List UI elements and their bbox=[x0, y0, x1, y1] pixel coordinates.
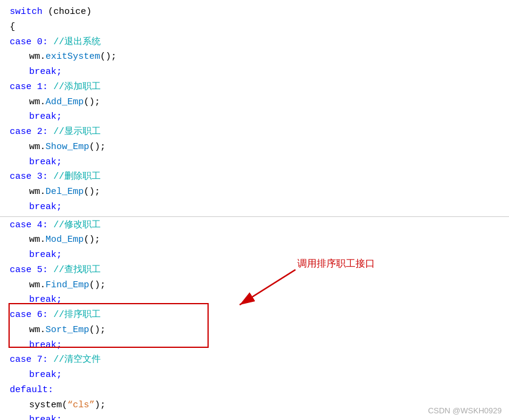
code-token: //退出系统 bbox=[53, 37, 101, 47]
code-line: default: bbox=[0, 383, 509, 398]
code-line: case 7: //清空文件 bbox=[0, 353, 509, 368]
line-content: switch (choice) bbox=[10, 5, 92, 20]
code-token: break; bbox=[29, 295, 62, 305]
code-token: (); bbox=[89, 142, 106, 152]
code-token: wm. bbox=[29, 280, 46, 290]
code-token: case 7: bbox=[10, 355, 53, 365]
line-content: system(“cls”); bbox=[29, 398, 106, 413]
line-content: wm.exitSystem(); bbox=[29, 50, 116, 65]
line-content: case 5: //查找职工 bbox=[10, 263, 101, 278]
code-line: wm.exitSystem(); bbox=[0, 50, 509, 65]
code-line: wm.Show_Emp(); bbox=[0, 140, 509, 155]
code-token: //清空文件 bbox=[53, 355, 101, 365]
code-token: case 5: bbox=[10, 265, 53, 275]
code-token: case 0: bbox=[10, 37, 53, 47]
code-line: case 4: //修改职工 bbox=[0, 218, 509, 233]
code-token: //排序职工 bbox=[53, 310, 101, 320]
line-content: { bbox=[10, 20, 15, 35]
line-content: break; bbox=[29, 368, 62, 383]
line-content: wm.Add_Emp(); bbox=[29, 95, 100, 110]
code-line: wm.Add_Emp(); bbox=[0, 95, 509, 110]
code-line: break; bbox=[0, 155, 509, 170]
code-token: wm. bbox=[29, 325, 46, 335]
code-token: case 2: bbox=[10, 127, 53, 137]
code-line: case 3: //删除职工 bbox=[0, 170, 509, 185]
code-token: Mod_Emp bbox=[46, 235, 84, 245]
code-token: (choice) bbox=[42, 7, 92, 17]
code-token: Del_Emp bbox=[46, 187, 84, 197]
code-token: (); bbox=[100, 52, 116, 62]
line-content: break; bbox=[29, 413, 62, 420]
code-token: wm. bbox=[29, 52, 46, 62]
code-token: break; bbox=[29, 340, 62, 350]
code-line: break; bbox=[0, 293, 509, 308]
line-content: case 7: //清空文件 bbox=[10, 353, 101, 368]
code-token: Sort_Emp bbox=[46, 325, 89, 335]
line-content: break; bbox=[29, 110, 62, 125]
line-content: wm.Sort_Emp(); bbox=[29, 323, 106, 338]
separator bbox=[0, 216, 509, 217]
line-content: case 1: //添加职工 bbox=[10, 80, 101, 95]
code-token: //显示职工 bbox=[53, 127, 101, 137]
line-content: case 6: //排序职工 bbox=[10, 308, 101, 323]
code-token: (); bbox=[84, 187, 100, 197]
line-content: break; bbox=[29, 338, 62, 353]
code-token: break; bbox=[29, 157, 62, 167]
code-line: wm.Mod_Emp(); bbox=[0, 233, 509, 248]
code-token: break; bbox=[29, 202, 62, 212]
code-token: wm. bbox=[29, 142, 46, 152]
code-token: Find_Emp bbox=[46, 280, 89, 290]
code-line: wm.Find_Emp(); bbox=[0, 278, 509, 293]
code-line: switch (choice) bbox=[0, 5, 509, 20]
code-token: wm. bbox=[29, 187, 46, 197]
code-token: case 1: bbox=[10, 82, 53, 92]
code-token: “cls” bbox=[67, 400, 95, 410]
code-token: system( bbox=[29, 400, 67, 410]
code-token: //添加职工 bbox=[53, 82, 101, 92]
code-line: wm.Del_Emp(); bbox=[0, 185, 509, 200]
code-line: case 6: //排序职工 bbox=[0, 308, 509, 323]
line-content: break; bbox=[29, 65, 62, 80]
code-token: (); bbox=[84, 235, 100, 245]
line-content: wm.Mod_Emp(); bbox=[29, 233, 100, 248]
code-token: case 3: bbox=[10, 172, 53, 182]
code-line: break; bbox=[0, 110, 509, 125]
code-token: break; bbox=[29, 67, 62, 77]
code-token: { bbox=[10, 22, 15, 32]
line-content: wm.Del_Emp(); bbox=[29, 185, 100, 200]
code-line: case 2: //显示职工 bbox=[0, 125, 509, 140]
code-line: case 0: //退出系统 bbox=[0, 35, 509, 50]
code-token: (); bbox=[89, 325, 106, 335]
code-token: //查找职工 bbox=[53, 265, 101, 275]
line-content: break; bbox=[29, 248, 62, 263]
line-content: break; bbox=[29, 155, 62, 170]
code-token: default: bbox=[10, 385, 53, 395]
line-content: break; bbox=[29, 293, 62, 308]
code-token: //删除职工 bbox=[53, 172, 101, 182]
code-line: wm.Sort_Emp(); bbox=[0, 323, 509, 338]
code-line: break; bbox=[0, 65, 509, 80]
line-content: break; bbox=[29, 200, 62, 215]
code-token: ); bbox=[95, 400, 106, 410]
code-token: wm. bbox=[29, 97, 46, 107]
code-container: switch (choice){case 0: //退出系统wm.exitSys… bbox=[0, 0, 509, 420]
line-content: case 3: //删除职工 bbox=[10, 170, 101, 185]
line-content: wm.Find_Emp(); bbox=[29, 278, 106, 293]
code-line: case 1: //添加职工 bbox=[0, 80, 509, 95]
code-token: (); bbox=[84, 97, 100, 107]
code-line: case 5: //查找职工 bbox=[0, 263, 509, 278]
line-content: case 2: //显示职工 bbox=[10, 125, 101, 140]
code-token: break; bbox=[29, 112, 62, 122]
code-token: exitSystem bbox=[46, 52, 100, 62]
code-token: break; bbox=[29, 250, 62, 260]
code-token: switch bbox=[10, 7, 42, 17]
code-token: case 4: bbox=[10, 220, 53, 230]
code-line: break; bbox=[0, 368, 509, 383]
code-line: break; bbox=[0, 248, 509, 263]
line-content: case 4: //修改职工 bbox=[10, 218, 101, 233]
code-token: break; bbox=[29, 415, 62, 420]
code-token: Add_Emp bbox=[46, 97, 84, 107]
line-content: default: bbox=[10, 383, 53, 398]
code-line: { bbox=[0, 20, 509, 35]
code-token: case 6: bbox=[10, 310, 53, 320]
